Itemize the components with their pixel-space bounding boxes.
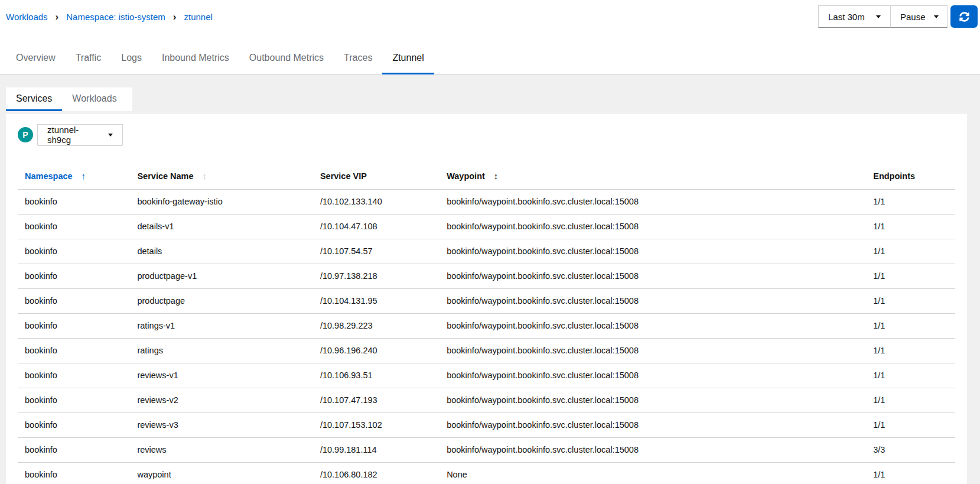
cell-endpoints: 1/1 (866, 314, 955, 339)
cell-service-vip: /10.107.54.57 (313, 239, 439, 264)
cell-service-name: reviews (130, 438, 312, 463)
refresh-interval-value: Pause (900, 12, 926, 22)
cell-namespace: bookinfo (18, 190, 130, 215)
cell-waypoint: bookinfo/waypoint.bookinfo.svc.cluster.l… (439, 289, 866, 314)
chevron-down-icon (108, 134, 113, 137)
cell-service-name: reviews-v3 (130, 413, 312, 438)
breadcrumb-link-ztunnel[interactable]: ztunnel (184, 12, 213, 22)
tab-traffic[interactable]: Traffic (66, 50, 112, 74)
cell-namespace: bookinfo (18, 215, 130, 239)
table-row: bookinfodetails-v1/10.104.47.108bookinfo… (18, 215, 955, 239)
duration-select[interactable]: Last 30m (818, 5, 891, 28)
tab-ztunnel[interactable]: Ztunnel (382, 50, 434, 74)
table-row: bookinforatings-v1/10.98.29.223bookinfo/… (18, 314, 955, 339)
table-row: bookinforeviews-v2/10.107.47.193bookinfo… (18, 388, 955, 413)
cell-namespace: bookinfo (18, 463, 130, 484)
column-label: Service Name (137, 171, 193, 181)
sort-ascending-icon: ↑ (82, 171, 86, 180)
services-table: Namespace↑ Service Name↕ Service VIP Way… (18, 167, 955, 484)
cell-service-name: waypoint (130, 463, 312, 484)
sort-both-icon: ↕ (203, 171, 207, 180)
cell-service-vip: /10.104.131.95 (313, 289, 439, 314)
cell-waypoint: bookinfo/waypoint.bookinfo.svc.cluster.l… (439, 264, 866, 289)
table-row: bookinfodetails/10.107.54.57bookinfo/way… (18, 239, 955, 264)
tab-services[interactable]: Services (6, 87, 62, 111)
cell-service-vip: /10.102.133.140 (313, 190, 439, 215)
cell-service-name: productpage-v1 (130, 264, 312, 289)
table-row: bookinforeviews/10.99.181.114bookinfo/wa… (18, 438, 955, 463)
cell-namespace: bookinfo (18, 438, 130, 463)
page: Workloads › Namespace: istio-system › zt… (0, 0, 980, 484)
pod-selector-row: P ztunnel-sh9cg (18, 113, 955, 145)
chevron-down-icon (876, 15, 881, 18)
cell-waypoint: bookinfo/waypoint.bookinfo.svc.cluster.l… (439, 388, 866, 413)
cell-endpoints: 1/1 (866, 388, 955, 413)
ztunnel-card: P ztunnel-sh9cg Namespace↑ Ser (6, 113, 967, 484)
table-row: bookinfobookinfo-gateway-istio/10.102.13… (18, 190, 955, 215)
cell-service-vip: /10.104.47.108 (313, 215, 439, 239)
column-label: Waypoint (447, 171, 485, 181)
cell-service-vip: /10.98.29.223 (313, 314, 439, 339)
breadcrumb-link-workloads[interactable]: Workloads (6, 12, 48, 22)
column-header-service-name[interactable]: Service Name↕ (130, 167, 312, 190)
cell-namespace: bookinfo (18, 339, 130, 363)
cell-service-name: reviews-v1 (130, 363, 312, 388)
breadcrumb: Workloads › Namespace: istio-system › zt… (6, 5, 213, 28)
column-header-endpoints: Endpoints (866, 167, 955, 190)
refresh-interval-select[interactable]: Pause (890, 5, 948, 28)
cell-namespace: bookinfo (18, 363, 130, 388)
cell-waypoint: bookinfo/waypoint.bookinfo.svc.cluster.l… (439, 363, 866, 388)
column-header-waypoint[interactable]: Waypoint↕ (439, 167, 866, 190)
cell-waypoint: bookinfo/waypoint.bookinfo.svc.cluster.l… (439, 314, 866, 339)
tab-traces[interactable]: Traces (334, 50, 382, 74)
cell-waypoint: bookinfo/waypoint.bookinfo.svc.cluster.l… (439, 413, 866, 438)
cell-namespace: bookinfo (18, 239, 130, 264)
cell-service-vip: /10.96.196.240 (313, 339, 439, 363)
cell-namespace: bookinfo (18, 314, 130, 339)
pod-badge: P (18, 127, 33, 142)
cell-endpoints: 1/1 (866, 215, 955, 239)
table-row: bookinfoproductpage/10.104.131.95bookinf… (18, 289, 955, 314)
breadcrumb-link-namespace[interactable]: Namespace: istio-system (66, 12, 165, 22)
table-row: bookinfoproductpage-v1/10.97.138.218book… (18, 264, 955, 289)
pod-select[interactable]: ztunnel-sh9cg (37, 124, 123, 145)
main-tabs: Overview Traffic Logs Inbound Metrics Ou… (0, 50, 980, 74)
table-row: bookinforatings/10.96.196.240bookinfo/wa… (18, 339, 955, 363)
table-row: bookinforeviews-v1/10.106.93.51bookinfo/… (18, 363, 955, 388)
duration-select-value: Last 30m (828, 12, 865, 22)
cell-endpoints: 3/3 (866, 438, 955, 463)
cell-endpoints: 1/1 (866, 339, 955, 363)
cell-service-vip: /10.97.138.218 (313, 264, 439, 289)
refresh-button[interactable] (950, 5, 978, 28)
cell-service-name: bookinfo-gateway-istio (130, 190, 312, 215)
cell-endpoints: 1/1 (866, 413, 955, 438)
tab-overview[interactable]: Overview (6, 50, 66, 74)
column-header-namespace[interactable]: Namespace↑ (18, 167, 130, 190)
tab-outbound-metrics[interactable]: Outbound Metrics (239, 50, 334, 74)
column-header-service-vip: Service VIP (313, 167, 439, 190)
tab-inbound-metrics[interactable]: Inbound Metrics (152, 50, 239, 74)
cell-namespace: bookinfo (18, 388, 130, 413)
cell-service-name: productpage (130, 289, 312, 314)
content-area: Services Workloads P ztunnel-sh9cg Na (0, 74, 980, 484)
cell-endpoints: 1/1 (866, 363, 955, 388)
tab-logs[interactable]: Logs (111, 50, 152, 74)
chevron-down-icon (934, 15, 939, 18)
cell-service-name: details-v1 (130, 215, 312, 239)
cell-waypoint: None (439, 463, 866, 484)
cell-namespace: bookinfo (18, 413, 130, 438)
cell-service-vip: /10.106.80.182 (313, 463, 439, 484)
cell-endpoints: 1/1 (866, 289, 955, 314)
cell-endpoints: 1/1 (866, 239, 955, 264)
sync-icon (959, 12, 969, 22)
cell-waypoint: bookinfo/waypoint.bookinfo.svc.cluster.l… (439, 339, 866, 363)
cell-waypoint: bookinfo/waypoint.bookinfo.svc.cluster.l… (439, 215, 866, 239)
pod-select-value: ztunnel-sh9cg (47, 125, 100, 145)
page-header: Workloads › Namespace: istio-system › zt… (0, 0, 980, 74)
table-row: bookinforeviews-v3/10.107.153.102bookinf… (18, 413, 955, 438)
cell-namespace: bookinfo (18, 264, 130, 289)
table-header-row: Namespace↑ Service Name↕ Service VIP Way… (18, 167, 955, 190)
breadcrumb-separator-icon: › (56, 12, 59, 22)
breadcrumb-row: Workloads › Namespace: istio-system › zt… (0, 0, 980, 28)
tab-workloads[interactable]: Workloads (62, 87, 126, 111)
